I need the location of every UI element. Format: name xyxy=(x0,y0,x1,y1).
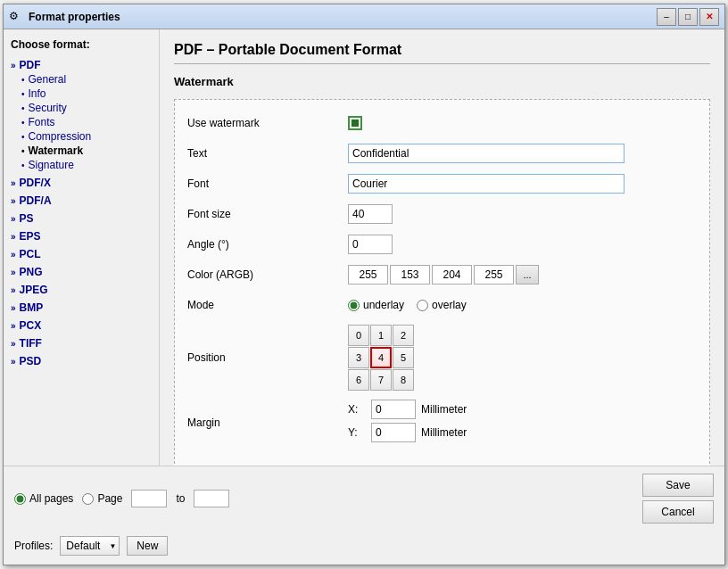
title-bar-buttons: – □ ✕ xyxy=(657,8,719,26)
angle-input[interactable] xyxy=(348,235,393,254)
text-control xyxy=(348,144,697,163)
window-title: Format properties xyxy=(29,11,657,23)
sidebar-label-pcx: PCX xyxy=(20,319,42,332)
text-input[interactable] xyxy=(348,144,625,163)
font-control xyxy=(348,174,697,194)
sidebar-item-pdfa[interactable]: » PDF/A xyxy=(11,194,152,208)
use-watermark-checkbox[interactable] xyxy=(348,116,362,130)
sidebar-label-security: Security xyxy=(29,102,67,114)
font-input[interactable] xyxy=(348,174,625,194)
use-watermark-control xyxy=(348,116,697,130)
mode-radio-group: underlay overlay xyxy=(348,299,697,311)
sidebar: Choose format: » PDF • General • Info • … xyxy=(4,29,160,466)
profiles-row: Profiles: Default New xyxy=(4,531,724,565)
mode-overlay-label[interactable]: overlay xyxy=(417,299,467,311)
color-r-input[interactable] xyxy=(390,265,430,284)
margin-y-label: Y: xyxy=(348,426,366,439)
sidebar-item-tiff[interactable]: » TIFF xyxy=(11,336,152,350)
color-label: Color (ARGB) xyxy=(187,268,348,281)
text-label: Text xyxy=(187,147,348,160)
use-watermark-row: Use watermark xyxy=(187,112,697,134)
use-watermark-label: Use watermark xyxy=(187,117,348,129)
sidebar-label-general: General xyxy=(29,73,67,86)
pos-btn-4[interactable]: 4 xyxy=(370,347,392,368)
font-size-input[interactable] xyxy=(348,204,393,224)
color-g-input[interactable] xyxy=(432,265,472,284)
sidebar-item-psd[interactable]: » PSD xyxy=(11,354,152,368)
sidebar-item-watermark[interactable]: • Watermark xyxy=(21,144,152,158)
all-pages-radio-label[interactable]: All pages xyxy=(14,492,73,505)
to-label: to xyxy=(176,492,185,505)
sidebar-item-fonts[interactable]: • Fonts xyxy=(21,115,152,129)
sidebar-item-security[interactable]: • Security xyxy=(21,101,152,115)
font-size-control xyxy=(348,204,697,224)
sidebar-item-pcl[interactable]: » PCL xyxy=(11,247,152,261)
title-bar: ⚙ Format properties – □ ✕ xyxy=(4,4,724,29)
position-control: 0 1 2 3 4 5 6 7 8 xyxy=(348,325,697,391)
window-icon: ⚙ xyxy=(9,10,23,24)
page-radio-label[interactable]: Page xyxy=(82,492,122,505)
sidebar-item-bmp[interactable]: » BMP xyxy=(11,301,152,315)
sidebar-item-pdfx[interactable]: » PDF/X xyxy=(11,176,152,190)
sidebar-label-jpeg: JPEG xyxy=(20,284,48,296)
cancel-button[interactable]: Cancel xyxy=(642,500,714,524)
font-row: Font xyxy=(187,173,697,194)
mode-underlay-label[interactable]: underlay xyxy=(348,299,404,311)
sidebar-item-pcx[interactable]: » PCX xyxy=(11,318,152,333)
pos-btn-5[interactable]: 5 xyxy=(393,347,414,368)
sidebar-label-pcl: PCL xyxy=(20,248,41,260)
margin-y-input[interactable] xyxy=(371,423,416,442)
angle-label: Angle (°) xyxy=(187,238,348,251)
pos-btn-1[interactable]: 1 xyxy=(370,325,392,346)
new-button[interactable]: New xyxy=(127,536,168,556)
mode-underlay-radio[interactable] xyxy=(348,300,360,311)
sidebar-item-signature[interactable]: • Signature xyxy=(21,158,152,172)
sidebar-item-compression[interactable]: • Compression xyxy=(21,129,152,144)
font-size-row: Font size xyxy=(187,203,697,225)
mode-overlay-text: overlay xyxy=(432,299,467,311)
color-a-input[interactable] xyxy=(348,265,388,284)
pos-btn-8[interactable]: 8 xyxy=(393,369,414,391)
all-pages-radio[interactable] xyxy=(14,493,26,505)
text-row: Text xyxy=(187,143,697,164)
position-grid: 0 1 2 3 4 5 6 7 8 xyxy=(348,325,697,391)
page-label: Page xyxy=(97,492,122,505)
sidebar-item-eps[interactable]: » EPS xyxy=(11,229,152,243)
main-panel: PDF – Portable Document Format Watermark… xyxy=(160,29,724,466)
action-buttons: Save Cancel xyxy=(642,474,714,524)
pos-btn-6[interactable]: 6 xyxy=(348,369,369,391)
save-button[interactable]: Save xyxy=(642,474,714,497)
color-b-input[interactable] xyxy=(474,265,514,284)
sidebar-item-general[interactable]: • General xyxy=(21,72,152,87)
maximize-button[interactable]: □ xyxy=(678,8,698,26)
color-picker-button[interactable]: ... xyxy=(516,265,539,284)
margin-y-unit: Millimeter xyxy=(421,426,467,439)
color-control: ... xyxy=(348,265,697,284)
pos-btn-7[interactable]: 7 xyxy=(370,369,392,391)
sidebar-item-pdf[interactable]: » PDF xyxy=(11,58,152,72)
pdf-subitems: • General • Info • Security • Fonts • xyxy=(11,72,152,172)
sidebar-item-info[interactable]: • Info xyxy=(21,87,152,101)
sidebar-heading: Choose format: xyxy=(11,38,152,51)
page-to-input[interactable] xyxy=(194,490,229,507)
bullet-pdf: » xyxy=(11,61,16,70)
minimize-button[interactable]: – xyxy=(657,8,676,26)
margin-x-input[interactable] xyxy=(371,400,416,419)
sidebar-item-png[interactable]: » PNG xyxy=(11,265,152,279)
sidebar-label-signature: Signature xyxy=(29,159,74,171)
mode-control: underlay overlay xyxy=(348,299,697,311)
pos-btn-3[interactable]: 3 xyxy=(348,347,369,368)
sidebar-item-jpeg[interactable]: » JPEG xyxy=(11,283,152,297)
close-button[interactable]: ✕ xyxy=(699,8,719,26)
sidebar-label-ps: PS xyxy=(20,212,34,225)
profiles-select[interactable]: Default xyxy=(60,536,120,556)
mode-overlay-radio[interactable] xyxy=(417,300,428,311)
pos-btn-0[interactable]: 0 xyxy=(348,325,369,346)
angle-row: Angle (°) xyxy=(187,234,697,255)
page-radio[interactable] xyxy=(82,493,94,505)
font-label: Font xyxy=(187,177,348,190)
page-from-input[interactable] xyxy=(131,490,167,507)
mode-underlay-text: underlay xyxy=(363,299,404,311)
sidebar-item-ps[interactable]: » PS xyxy=(11,211,152,226)
pos-btn-2[interactable]: 2 xyxy=(393,325,414,346)
